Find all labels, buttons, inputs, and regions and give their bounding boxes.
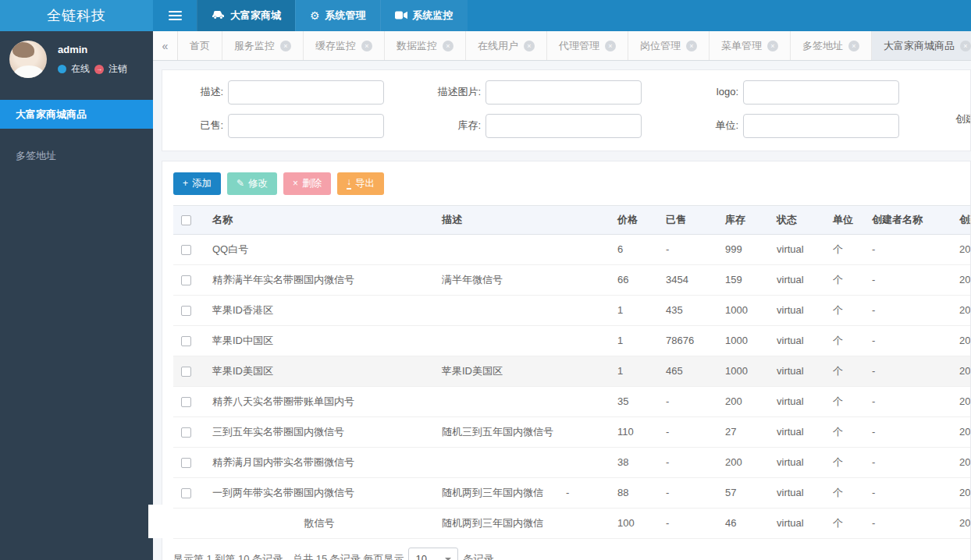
cell-sold: 435 (658, 295, 717, 325)
cell-price: 88 (610, 477, 658, 508)
row-checkbox[interactable] (181, 306, 191, 316)
table-row[interactable]: 三到五年实名带圈国内微信号随机三到五年国内微信号110-27virtual个-2… (173, 416, 971, 447)
table-row[interactable]: 散信号随机两到三年国内微信100-46virtual个-20 (173, 508, 971, 538)
tab-close-icon[interactable]: × (605, 41, 616, 51)
sidebar-toggle-button[interactable] (153, 0, 197, 31)
column-header: 库存 (717, 205, 769, 234)
cell-price: 1 (610, 356, 658, 386)
cell-created: 20 (951, 416, 971, 447)
double-chevron-left-icon: « (162, 40, 169, 52)
search-input-5[interactable] (228, 114, 384, 138)
search-field-label: 单位: (685, 119, 738, 132)
tab-6[interactable]: 代理管理× (547, 31, 628, 60)
cell-unit: 个 (825, 325, 864, 356)
avatar[interactable] (9, 41, 47, 78)
column-header: 单位 (825, 205, 864, 234)
cell-stock: 27 (717, 416, 769, 447)
table-row[interactable]: 精养满月国内带实名带圈微信号38-200virtual个-20 (173, 447, 971, 477)
pagination-suffix: 条记录 (463, 552, 493, 560)
tab-7[interactable]: 岗位管理× (628, 31, 710, 60)
search-input-1[interactable] (228, 80, 384, 105)
search-input-2[interactable] (486, 80, 642, 105)
cell-price: 35 (610, 386, 658, 416)
row-checkbox[interactable] (181, 427, 191, 438)
edit-button[interactable]: ✎修改 (227, 172, 277, 195)
table-row[interactable]: 苹果ID香港区14351000virtual个-20 (173, 295, 971, 325)
tab-label: 数据监控 (397, 39, 437, 53)
page-size-select[interactable]: 10 (408, 548, 458, 560)
cell-desc: 苹果ID美国区 (434, 356, 610, 386)
table-row[interactable]: 精养八天实名带圈带账单国内号35-200virtual个-20 (173, 386, 971, 416)
top-nav-item-2[interactable]: ⚙系统管理 (295, 0, 380, 31)
table-row[interactable]: 精养满半年实名带圈国内微信号满半年微信号663454159virtual个-20 (173, 264, 971, 295)
tab-3[interactable]: 缓存监控× (304, 31, 385, 60)
tab-9[interactable]: 多签地址× (791, 31, 872, 60)
sidebar-item-1[interactable]: 大富家商城商品 (0, 100, 153, 129)
top-nav-item-3[interactable]: 系统监控 (380, 0, 468, 31)
cell-creator: - (864, 477, 951, 508)
tab-close-icon[interactable]: × (524, 41, 535, 51)
user-panel: admin 在线 → 注销 (0, 31, 153, 89)
cell-desc (434, 386, 610, 416)
sidebar-item-2[interactable]: 多签地址 (0, 141, 153, 170)
cell-desc (434, 295, 610, 325)
cell-name: 苹果ID中国区 (205, 325, 434, 356)
cell-status: virtual (769, 325, 825, 356)
tab-1[interactable]: 首页 (178, 31, 222, 60)
tab-close-icon[interactable]: × (767, 41, 778, 51)
pagination-bar: 显示第 1 到第 10 条记录，总共 15 条记录 每页显示 10 条记录 (173, 548, 970, 560)
logout-link[interactable]: 注销 (108, 62, 127, 76)
cell-unit: 个 (825, 356, 864, 386)
add-button[interactable]: +添加 (173, 172, 221, 195)
search-input-6[interactable] (486, 114, 642, 138)
row-checkbox[interactable] (181, 397, 191, 407)
cell-price: 38 (610, 447, 658, 477)
tab-2[interactable]: 服务监控× (222, 31, 304, 60)
cell-creator: - (864, 234, 951, 264)
tab-close-icon[interactable]: × (361, 41, 372, 51)
cell-name: 精养八天实名带圈带账单国内号 (205, 386, 434, 416)
tab-close-icon[interactable]: × (960, 41, 971, 51)
cell-stock: 999 (717, 234, 769, 264)
table-row[interactable]: 一到两年带实名带圈国内微信号随机两到三年国内微信 -88-57virtual个-… (173, 477, 971, 508)
tab-close-icon[interactable]: × (686, 41, 697, 51)
column-header: 价格 (610, 205, 658, 234)
table-row[interactable]: QQ白号6-999virtual个-20 (173, 234, 971, 264)
cell-sold: - (658, 477, 717, 508)
row-checkbox[interactable] (181, 336, 191, 346)
search-field-group: 描述图片: (428, 80, 642, 105)
cell-created: 20 (951, 264, 971, 295)
cell-created: 20 (951, 386, 971, 416)
tab-8[interactable]: 菜单管理× (710, 31, 791, 60)
row-checkbox[interactable] (181, 245, 191, 255)
row-checkbox[interactable] (181, 458, 191, 468)
table-row[interactable]: 苹果ID美国区苹果ID美国区14651000virtual个-20 (173, 356, 971, 386)
cell-creator: - (864, 416, 951, 447)
select-all-checkbox[interactable] (181, 215, 191, 225)
username: admin (58, 44, 127, 55)
car-icon (212, 9, 225, 22)
tab-4[interactable]: 数据监控× (385, 31, 466, 60)
cell-unit: 个 (825, 447, 864, 477)
tab-close-icon[interactable]: × (443, 41, 453, 51)
cell-sold: - (658, 234, 717, 264)
table-row[interactable]: 苹果ID中国区1786761000virtual个-20 (173, 325, 971, 356)
top-nav-item-1[interactable]: 大富家商城 (197, 0, 295, 31)
row-checkbox[interactable] (181, 488, 191, 498)
export-button[interactable]: ↓导出 (337, 172, 384, 195)
tabs-scroll-left-button[interactable]: « (153, 31, 178, 60)
table-toolbar: +添加 ✎修改 ×删除 ↓导出 (162, 172, 970, 205)
tab-close-icon[interactable]: × (848, 41, 859, 51)
tab-5[interactable]: 在线用户× (466, 31, 547, 60)
search-input-3[interactable] (743, 80, 899, 105)
delete-button[interactable]: ×删除 (283, 172, 331, 195)
row-checkbox[interactable] (181, 275, 191, 285)
top-navbar: 全链科技 大富家商城⚙系统管理系统监控 (0, 0, 971, 31)
main-area: « 首页服务监控×缓存监控×数据监控×在线用户×代理管理×岗位管理×菜单管理×多… (153, 31, 971, 560)
search-input-7[interactable] (743, 114, 899, 138)
row-checkbox-cell (173, 234, 205, 264)
tab-label: 在线用户 (478, 39, 518, 53)
row-checkbox[interactable] (181, 367, 191, 377)
tab-10[interactable]: 大富家商城商品× (872, 31, 971, 60)
tab-close-icon[interactable]: × (280, 41, 291, 51)
